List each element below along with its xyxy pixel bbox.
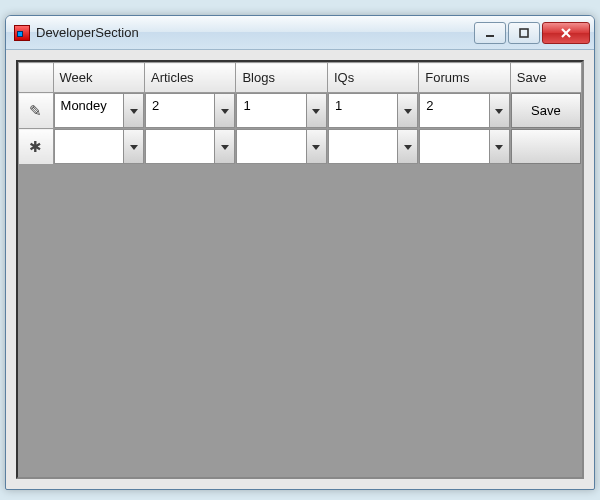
cell-articles[interactable] bbox=[145, 129, 236, 165]
week-combobox[interactable] bbox=[54, 129, 144, 164]
iqs-combobox[interactable]: 1 bbox=[328, 93, 418, 128]
cell-blogs[interactable]: 1 bbox=[236, 93, 327, 129]
svg-marker-9 bbox=[130, 145, 138, 150]
svg-marker-5 bbox=[221, 109, 229, 114]
blogs-value[interactable] bbox=[237, 130, 305, 163]
articles-combobox[interactable] bbox=[145, 129, 235, 164]
articles-value[interactable]: 2 bbox=[146, 94, 214, 127]
minimize-button[interactable] bbox=[474, 22, 506, 44]
cell-week[interactable] bbox=[53, 129, 144, 165]
chevron-down-icon[interactable] bbox=[397, 94, 417, 127]
save-button[interactable]: Save bbox=[511, 93, 581, 128]
datagrid[interactable]: Week Articles Blogs IQs Forums Save ✎ bbox=[16, 60, 584, 479]
cell-iqs[interactable] bbox=[327, 129, 418, 165]
client-area: Week Articles Blogs IQs Forums Save ✎ bbox=[6, 50, 594, 489]
cell-week[interactable]: Mondey bbox=[53, 93, 144, 129]
iqs-value[interactable] bbox=[329, 130, 397, 163]
svg-marker-6 bbox=[312, 109, 320, 114]
column-header-save[interactable]: Save bbox=[510, 63, 581, 93]
row-header-edit-icon[interactable]: ✎ bbox=[19, 93, 54, 129]
window-buttons bbox=[474, 22, 590, 44]
blogs-combobox[interactable] bbox=[236, 129, 326, 164]
window-frame: DeveloperSection Week Articles Bl bbox=[5, 15, 595, 490]
forums-combobox[interactable]: 2 bbox=[419, 93, 509, 128]
svg-rect-1 bbox=[520, 29, 528, 37]
chevron-down-icon[interactable] bbox=[214, 94, 234, 127]
svg-marker-4 bbox=[130, 109, 138, 114]
forums-value[interactable] bbox=[420, 130, 488, 163]
cell-blogs[interactable] bbox=[236, 129, 327, 165]
articles-combobox[interactable]: 2 bbox=[145, 93, 235, 128]
titlebar[interactable]: DeveloperSection bbox=[6, 16, 594, 50]
cell-forums[interactable]: 2 bbox=[419, 93, 510, 129]
svg-marker-10 bbox=[221, 145, 229, 150]
articles-value[interactable] bbox=[146, 130, 214, 163]
forums-value[interactable]: 2 bbox=[420, 94, 488, 127]
iqs-value[interactable]: 1 bbox=[329, 94, 397, 127]
column-header-row: Week Articles Blogs IQs Forums Save bbox=[19, 63, 582, 93]
column-header-blogs[interactable]: Blogs bbox=[236, 63, 327, 93]
cell-forums[interactable] bbox=[419, 129, 510, 165]
column-header-articles[interactable]: Articles bbox=[145, 63, 236, 93]
minimize-icon bbox=[484, 27, 496, 39]
cell-save[interactable]: Save bbox=[510, 93, 581, 129]
svg-marker-11 bbox=[312, 145, 320, 150]
close-button[interactable] bbox=[542, 22, 590, 44]
cell-articles[interactable]: 2 bbox=[145, 93, 236, 129]
chevron-down-icon[interactable] bbox=[214, 130, 234, 163]
table-row: ✎ Mondey 2 bbox=[19, 93, 582, 129]
chevron-down-icon[interactable] bbox=[397, 130, 417, 163]
chevron-down-icon[interactable] bbox=[123, 130, 143, 163]
chevron-down-icon[interactable] bbox=[306, 130, 326, 163]
week-combobox[interactable]: Mondey bbox=[54, 93, 144, 128]
svg-marker-12 bbox=[404, 145, 412, 150]
column-header-forums[interactable]: Forums bbox=[419, 63, 510, 93]
maximize-button[interactable] bbox=[508, 22, 540, 44]
svg-marker-8 bbox=[495, 109, 503, 114]
window-title: DeveloperSection bbox=[36, 25, 474, 40]
save-button[interactable] bbox=[511, 129, 581, 164]
chevron-down-icon[interactable] bbox=[489, 94, 509, 127]
cell-iqs[interactable]: 1 bbox=[327, 93, 418, 129]
close-icon bbox=[559, 26, 573, 40]
chevron-down-icon[interactable] bbox=[123, 94, 143, 127]
table-row: ✱ bbox=[19, 129, 582, 165]
blogs-value[interactable]: 1 bbox=[237, 94, 305, 127]
app-icon bbox=[14, 25, 30, 41]
blogs-combobox[interactable]: 1 bbox=[236, 93, 326, 128]
svg-marker-13 bbox=[495, 145, 503, 150]
week-value[interactable]: Mondey bbox=[55, 94, 123, 127]
forums-combobox[interactable] bbox=[419, 129, 509, 164]
column-header-week[interactable]: Week bbox=[53, 63, 144, 93]
week-value[interactable] bbox=[55, 130, 123, 163]
chevron-down-icon[interactable] bbox=[306, 94, 326, 127]
row-header-new-icon[interactable]: ✱ bbox=[19, 129, 54, 165]
column-header-iqs[interactable]: IQs bbox=[327, 63, 418, 93]
chevron-down-icon[interactable] bbox=[489, 130, 509, 163]
iqs-combobox[interactable] bbox=[328, 129, 418, 164]
maximize-icon bbox=[518, 27, 530, 39]
svg-marker-7 bbox=[404, 109, 412, 114]
corner-header[interactable] bbox=[19, 63, 54, 93]
cell-save[interactable] bbox=[510, 129, 581, 165]
